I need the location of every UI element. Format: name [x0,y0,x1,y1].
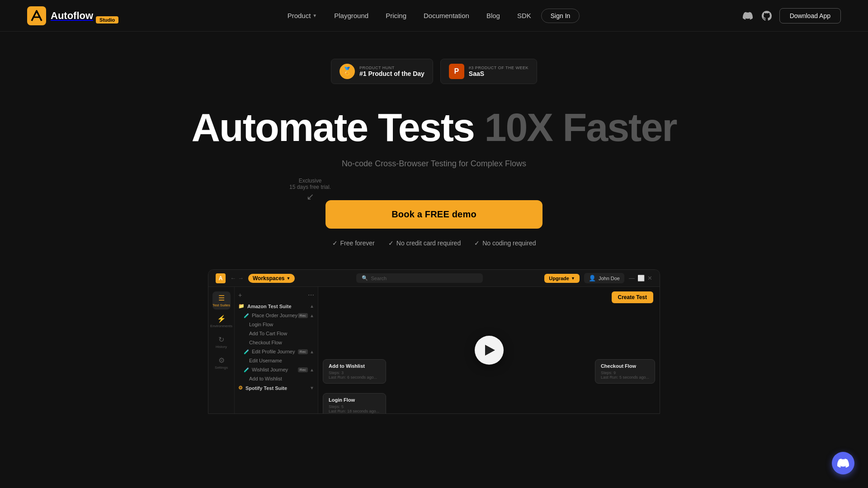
feature-no-cc: ✓ No credit card required [388,239,461,247]
headline-part1: Automate Tests [191,105,484,150]
tree-chevron-amazon: ▲ [310,304,314,309]
ph-p-icon: P [449,64,464,79]
tree-add-to-cart[interactable]: Add To Cart Flow [235,329,318,338]
tree-spotify-suite[interactable]: ⚙ Spotify Test Suite ▼ [235,383,318,393]
nav-playground[interactable]: Playground [327,8,376,23]
app-titlebar-right: Upgrade ▼ 👤 John Doe — ⬜ ✕ [544,273,652,283]
exclusive-note: Exclusive 15 days free trial. ↙ [289,178,331,202]
tree-add-icon[interactable]: + [238,291,242,299]
journey-icon-2: 🧪 [244,349,249,354]
navbar-left: Autoflow Studio [27,6,118,25]
tree-chevron-1: ▲ [310,313,314,318]
forward-arrow-icon[interactable]: → [238,275,244,282]
tree-amazon-suite[interactable]: 📁 Amazon Test Suite ▲ [235,301,318,311]
tree-login-flow[interactable]: Login Flow [235,320,318,329]
producthunt-saas-badge: P #3 PRODUCT OF THE WEEK SaaS [440,59,537,84]
user-pill[interactable]: 👤 John Doe [584,273,624,283]
badge-category-2: #3 PRODUCT OF THE WEEK [469,66,528,70]
cta-section: Exclusive 15 days free trial. ↙ Book a F… [326,191,542,247]
discord-nav-icon[interactable] [741,9,754,22]
sidebar-item-history[interactable]: ↻ History [212,333,231,351]
close-button[interactable]: ✕ [647,275,652,282]
headline-part2: 10X Faster [484,105,676,150]
tree-badge-3: Rec [298,367,308,372]
app-body: ☰ Test Suites ⚡ Environments ↻ History ⚙… [208,287,660,413]
badges-row: 🏅 PRODUCT HUNT #1 Product of the Day P #… [331,59,537,84]
app-titlebar: A ← → Workspaces ▼ 🔍 Search [208,270,660,287]
features-row: ✓ Free forever ✓ No credit card required… [332,239,536,247]
flow-node-wishlist[interactable]: Add to Wishlist Steps: 3 Last Run: 6 sec… [323,359,386,384]
tree-add-to-wishlist[interactable]: Add to Wishlist [235,374,318,383]
tree-chevron-2: ▲ [310,349,314,354]
cta-button[interactable]: Book a FREE demo [326,200,542,229]
minimize-button[interactable]: — [629,275,635,282]
tree-chevron-3: ▲ [310,367,314,372]
tree-edit-profile[interactable]: 🧪 Edit Profile Journey Rec ▲ [235,347,318,356]
folder-icon-amazon: 📁 [238,303,245,309]
window-controls: — ⬜ ✕ [629,275,652,282]
upgrade-button[interactable]: Upgrade ▼ [544,274,580,283]
journey-icon-1: 🧪 [244,313,249,318]
logo[interactable]: Autoflow [27,6,93,25]
canvas-toolbar: Create Test [612,291,653,303]
back-arrow-icon[interactable]: ← [230,275,236,282]
nav-documentation[interactable]: Documentation [416,8,476,23]
arrow-icon: ↙ [289,191,331,202]
search-bar-icon: 🔍 [362,275,368,281]
navbar-right: Download App [741,8,841,23]
workspace-pill[interactable]: Workspaces ▼ [248,274,295,283]
logo-icon [27,6,46,25]
feature-no-code: ✓ No coding required [474,239,536,247]
nav-blog[interactable]: Blog [479,8,507,23]
inner-app: A ← → Workspaces ▼ 🔍 Search [208,270,660,413]
check-icon-1: ✓ [332,239,338,247]
studio-badge: Studio [96,16,118,23]
github-nav-icon[interactable] [760,9,773,22]
sidebar-item-settings[interactable]: ⚙ Settings [212,354,231,372]
download-app-button[interactable]: Download App [779,8,841,23]
product-hunt-icon: 🏅 [340,64,355,79]
app-sidebar: ☰ Test Suites ⚡ Environments ↻ History ⚙… [208,287,235,413]
test-suites-icon: ☰ [218,294,225,302]
tree-checkout-flow[interactable]: Checkout Flow [235,338,318,347]
upgrade-chevron-icon: ▼ [571,276,575,281]
tree-wishlist[interactable]: 🧪 Wishlist Journey Rec ▲ [235,365,318,374]
file-tree: + ⋯ 📁 Amazon Test Suite ▲ 🧪 [235,287,318,413]
badge-value-2: SaaS [469,70,528,77]
tree-more-icon[interactable]: ⋯ [308,291,314,299]
app-search-bar[interactable]: 🔍 Search [356,273,483,283]
user-avatar-icon: 👤 [589,275,596,282]
tree-badge-1: Rec [298,313,308,318]
flow-node-checkout[interactable]: Checkout Flow Steps: 9 Last Run: 5 secon… [595,359,655,384]
folder-icon-spotify: ⚙ [238,385,243,391]
create-test-button[interactable]: Create Test [612,291,653,303]
nav-pricing[interactable]: Pricing [378,8,414,23]
app-screenshot: A ← → Workspaces ▼ 🔍 Search [208,269,660,414]
product-chevron-icon: ▼ [312,13,317,18]
hero-section: 🏅 PRODUCT HUNT #1 Product of the Day P #… [0,32,868,414]
check-icon-2: ✓ [388,239,394,247]
nav-product[interactable]: Product ▼ [280,8,325,23]
product-hunt-badge: 🏅 PRODUCT HUNT #1 Product of the Day [331,59,433,84]
history-icon: ↻ [218,335,224,344]
workspace-chevron-icon: ▼ [286,276,290,281]
tree-edit-username[interactable]: Edit Username [235,356,318,365]
nav-sdk[interactable]: SDK [510,8,538,23]
maximize-button[interactable]: ⬜ [637,275,645,282]
sign-in-button[interactable]: Sign In [541,9,580,23]
navbar-center: Product ▼ Playground Pricing Documentati… [280,8,580,23]
navbar: Autoflow Studio Product ▼ Playground Pri… [0,0,868,32]
brand-name: Autoflow [51,10,93,22]
sidebar-item-test-suites[interactable]: ☰ Test Suites [212,291,231,310]
app-canvas: Create Test Add to Wishlist Steps: 3 Las… [318,287,660,413]
badge-category-1: PRODUCT HUNT [359,66,425,70]
flow-node-login[interactable]: Login Flow Steps: 5 Last Run: 18 seconds… [323,393,386,413]
hero-subheadline: No-code Cross-Browser Testing for Comple… [342,159,526,169]
file-tree-header: + ⋯ [235,291,318,300]
tree-badge-2: Rec [298,349,308,354]
settings-icon: ⚙ [218,356,225,365]
tree-place-order[interactable]: 🧪 Place Order Journey Rec ▲ [235,311,318,320]
discord-fab-button[interactable] [832,452,854,474]
play-button[interactable] [475,336,504,365]
sidebar-item-environments[interactable]: ⚡ Environments [212,312,231,330]
